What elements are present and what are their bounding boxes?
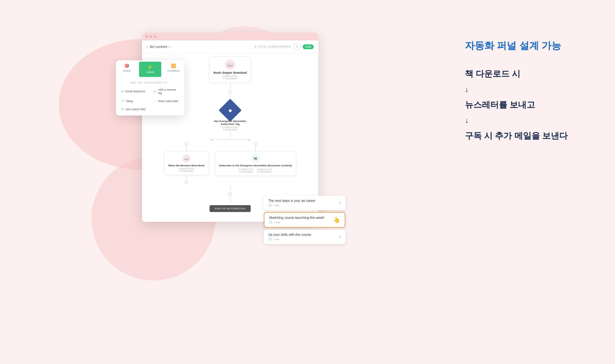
node-card-subscribe[interactable]: ✉ Subscribe to the Evergreen Newsletter …	[215, 151, 296, 176]
node-book-chapter[interactable]: 📖 Book chapter download COMPLETED 0 Subs…	[209, 56, 251, 83]
connector-bottom	[230, 186, 230, 191]
panel-section-title: ADD THE SUBSCRIBER TO...	[116, 79, 184, 85]
menu-icon-1[interactable]: ≡	[339, 201, 341, 205]
node-count-mom: 0 Subscribers	[168, 170, 205, 172]
connector-left-bottom	[186, 175, 187, 180]
node-right-branch[interactable]: + ✉ Subscribe to the Evergreen Newslette…	[215, 142, 296, 176]
node-title-mom: When Me Became Mom Book	[168, 164, 205, 167]
node-icon-mom: 📖	[182, 154, 191, 163]
node-card-mom-book[interactable]: 📖 When Me Became Mom Book COMPLETED 0 Su…	[164, 151, 209, 175]
connector-dot-right[interactable]: +	[254, 142, 258, 146]
branch-yes-label: Yes	[210, 139, 214, 141]
hand-icon: 👆	[333, 216, 340, 223]
browser-header: ‹ Art content ✏ 8 TOTAL SUBSCRIBERS ⇧ LI…	[142, 40, 318, 53]
node-currently-label: CURRENTLY	[239, 168, 254, 171]
add-tag-icon: 🏷	[153, 90, 156, 93]
connector-left-line	[186, 146, 187, 151]
branch-line-horizontal	[216, 140, 245, 140]
end-automation-button[interactable]: END OF AUTOMATION	[210, 205, 250, 212]
panel-item-custom-field[interactable]: ⚙ Set custom field	[119, 106, 149, 112]
email-card-2-delay: 1 day	[274, 221, 280, 224]
email-card-3-row: Up your skills with this course 🕐 1 day …	[268, 233, 341, 241]
node-status-book: COMPLETED	[213, 75, 247, 77]
node-completed-count: 0 Subscribers	[257, 171, 272, 173]
node-icon-book: 📖	[225, 59, 235, 70]
browser-dot-yellow	[150, 35, 152, 38]
event-icon: 🎯	[124, 64, 129, 68]
node-completed-label: COMPLETED	[257, 168, 272, 171]
panel-item-email-sequence[interactable]: ✉ Email sequence	[119, 87, 149, 96]
share-button[interactable]: ⇧	[293, 43, 301, 50]
email-card-3[interactable]: Up your skills with this course 🕐 1 day …	[264, 230, 345, 244]
browser-titlebar	[142, 33, 318, 40]
flow-arrow-1: ↓	[465, 85, 589, 94]
connector-3	[230, 132, 230, 137]
email-cards-panel: The next steps in your art career 🕐 1 da…	[264, 196, 345, 246]
tab-event[interactable]: 🎯 Event	[116, 60, 138, 78]
connector-dot-1[interactable]: +	[228, 90, 232, 94]
email-card-1-row: The next steps in your art career 🕐 1 da…	[268, 199, 341, 207]
node-card-book[interactable]: 📖 Book chapter download COMPLETED 0 Subs…	[209, 56, 251, 83]
branch-no-label: No	[247, 139, 250, 141]
flow-item-1: 책 다운로드 시 ↓	[465, 68, 589, 94]
panel-item-delay[interactable]: ⏱ Delay	[119, 98, 149, 104]
move-icon: →	[153, 99, 156, 103]
email-card-2-row: Sketching course launching this week! 🕐 …	[269, 216, 340, 224]
page-title: Art content	[150, 45, 167, 49]
flow-item-2: 뉴스레터를 보내고 ↓	[465, 99, 589, 125]
tab-condition[interactable]: 🔀 Condition	[163, 60, 184, 78]
custom-field-icon: ⚙	[121, 107, 124, 111]
node-status-newsletter: COMPLETED	[211, 126, 250, 129]
clock-icon-1: 🕐	[268, 204, 272, 207]
edit-icon[interactable]: ✏	[168, 45, 171, 49]
email-card-1[interactable]: The next steps in your art career 🕐 1 da…	[264, 196, 345, 210]
email-card-1-meta: 🕐 1 day	[268, 204, 315, 207]
email-card-3-title: Up your skills with this course	[268, 233, 311, 236]
email-card-3-delay: 1 day	[273, 238, 279, 241]
email-card-1-title: The next steps in your art career	[268, 199, 315, 203]
action-panel: 🎯 Event ⚡ Action 🔀 Condition ADD THE SUB…	[116, 60, 184, 115]
node-newsletter[interactable]: ◆ Has Evergreen Newsletter Subscriber Ta…	[211, 102, 250, 131]
flow-text-3: 구독 시 추가 메일을 보낸다	[465, 130, 589, 142]
action-icon: ⚡	[148, 65, 152, 69]
node-left-branch[interactable]: + 📖 When Me Became Mom Book COMPLETED 0 …	[164, 142, 209, 184]
move-label: Move subscriber	[158, 99, 178, 103]
connector-dot-left[interactable]: +	[184, 142, 188, 146]
node-title-subscribe: Subscribe to the Evergreen Newsletter (E…	[219, 164, 292, 167]
tab-condition-label: Condition	[167, 69, 180, 72]
custom-field-label: Set custom field	[126, 108, 145, 111]
menu-icon-3[interactable]: ≡	[339, 235, 341, 239]
diamond-inner: ◆	[229, 108, 232, 113]
connector-dot-left-bottom[interactable]: +	[184, 180, 188, 184]
back-arrow-icon[interactable]: ‹	[147, 44, 148, 49]
node-count-newsletter: 0 Subscribers	[211, 129, 250, 131]
right-section: 자동화 퍼널 설계 가능 책 다운로드 시 ↓ 뉴스레터를 보내고 ↓ 구독 시…	[465, 39, 589, 147]
flow-item-3: 구독 시 추가 메일을 보낸다	[465, 130, 589, 142]
email-card-1-delay: 1 day	[273, 204, 279, 207]
email-seq-label: Email sequence	[125, 90, 145, 93]
email-card-2-title: Sketching course launching this week!	[269, 216, 324, 220]
delay-icon: ⏱	[121, 99, 124, 103]
panel-items: ✉ Email sequence 🏷 Add or remove tag ⏱ D…	[116, 85, 184, 115]
email-card-2-meta: 🕐 1 day	[269, 221, 324, 224]
tab-action[interactable]: ⚡ Action	[139, 62, 161, 77]
node-diamond-icon: ◆	[219, 99, 242, 122]
headline-korean: 자동화 퍼널 설계 가능	[465, 39, 589, 52]
connector-right-line	[255, 146, 256, 151]
email-card-3-meta: 🕐 1 day	[268, 238, 311, 241]
subscribers-count: 8 TOTAL SUBSCRIBERS	[255, 45, 291, 48]
live-badge: LIVE	[303, 44, 314, 49]
connector-end	[230, 197, 230, 203]
connector-1	[230, 84, 230, 89]
node-icon-subscribe: ✉	[251, 154, 260, 163]
clock-icon-3: 🕐	[268, 238, 272, 241]
flow-arrow-2: ↓	[465, 116, 589, 125]
node-status-mom: COMPLETED	[168, 168, 205, 170]
email-seq-icon: ✉	[121, 90, 124, 93]
browser-dot-red	[145, 35, 148, 38]
panel-item-move-subscriber[interactable]: → Move subscriber	[151, 98, 181, 104]
flow-text-2: 뉴스레터를 보내고	[465, 99, 589, 111]
panel-item-add-tag[interactable]: 🏷 Add or remove tag	[151, 87, 181, 96]
email-card-2[interactable]: Sketching course launching this week! 🕐 …	[264, 212, 345, 228]
connector-dot-bottom[interactable]: +	[228, 192, 232, 196]
